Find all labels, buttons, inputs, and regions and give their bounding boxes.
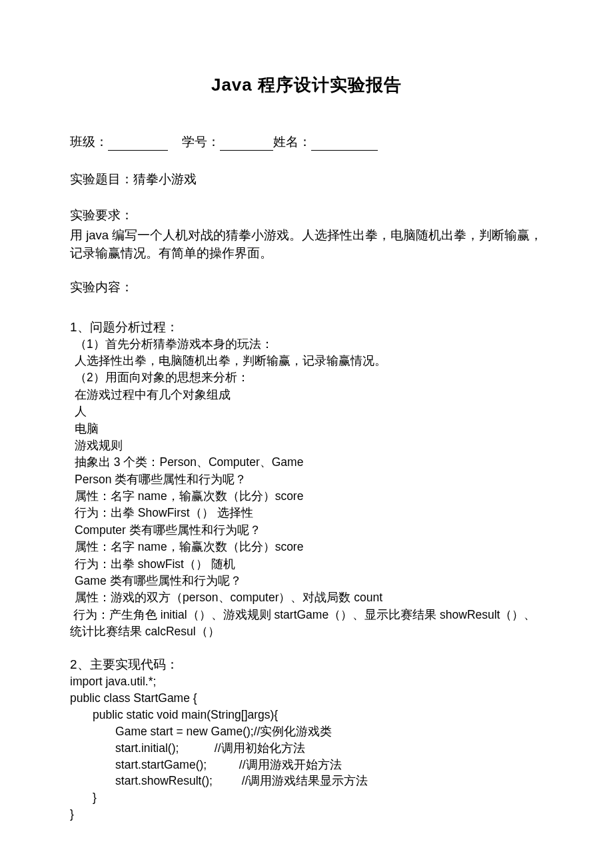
analysis-line: 属性：名字 name，输赢次数（比分）score xyxy=(75,488,543,505)
topic-line: 实验题目：猜拳小游戏 xyxy=(70,171,543,188)
code-block: import java.util.*; public class StartGa… xyxy=(70,673,543,823)
info-line: 班级： 学号：姓名： xyxy=(70,133,543,151)
content-label: 实验内容： xyxy=(70,279,543,296)
requirements-label: 实验要求： xyxy=(70,207,543,224)
analysis-line: 人 xyxy=(75,403,543,420)
analysis-line: 人选择性出拳，电脑随机出拳，判断输赢，记录输赢情况。 xyxy=(75,353,543,369)
analysis-line: 抽象出 3 个类：Person、Computer、Game xyxy=(75,454,543,471)
class-blank xyxy=(108,136,168,151)
section2-heading: 2、主要实现代码： xyxy=(70,656,543,673)
topic-label: 实验题目： xyxy=(70,172,133,186)
analysis-line: （2）用面向对象的思想来分析： xyxy=(75,369,543,386)
id-blank xyxy=(220,136,273,151)
document-page: Java 程序设计实验报告 班级： 学号：姓名： 实验题目：猜拳小游戏 实验要求… xyxy=(0,0,613,868)
analysis-line: 在游戏过程中有几个对象组成 xyxy=(75,387,543,403)
analysis-line: 属性：游戏的双方（person、computer）、对战局数 count xyxy=(75,589,543,606)
analysis-line: Computer 类有哪些属性和行为呢？ xyxy=(75,522,543,539)
name-blank xyxy=(311,136,378,151)
analysis-line: 行为：出拳 ShowFirst（） 选择性 xyxy=(75,505,543,521)
class-label: 班级： xyxy=(70,135,108,149)
analysis-line: 电脑 xyxy=(75,421,543,437)
analysis-line: 行为：出拳 showFist（） 随机 xyxy=(75,556,543,573)
requirements-text: 用 java 编写一个人机对战的猜拳小游戏。人选择性出拳，电脑随机出拳，判断输赢… xyxy=(70,227,543,263)
page-title: Java 程序设计实验报告 xyxy=(70,73,543,97)
analysis-line: 游戏规则 xyxy=(75,437,543,454)
section1-body: （1）首先分析猜拳游戏本身的玩法： 人选择性出拳，电脑随机出拳，判断输赢，记录输… xyxy=(70,336,543,607)
section1-wrap-text: 行为：产生角色 initial（）、游戏规则 startGame（）、显示比赛结… xyxy=(70,608,536,638)
analysis-line: 属性：名字 name，输赢次数（比分）score xyxy=(75,539,543,555)
section1-wrap-line: 行为：产生角色 initial（）、游戏规则 startGame（）、显示比赛结… xyxy=(70,607,543,641)
analysis-line: Person 类有哪些属性和行为呢？ xyxy=(75,471,543,488)
analysis-line: （1）首先分析猜拳游戏本身的玩法： xyxy=(75,336,543,353)
id-label: 学号： xyxy=(182,135,220,149)
name-label: 姓名： xyxy=(273,135,311,149)
analysis-line: Game 类有哪些属性和行为呢？ xyxy=(75,573,543,589)
topic-value: 猜拳小游戏 xyxy=(133,172,197,186)
section1-heading: 1、问题分析过程： xyxy=(70,319,543,336)
